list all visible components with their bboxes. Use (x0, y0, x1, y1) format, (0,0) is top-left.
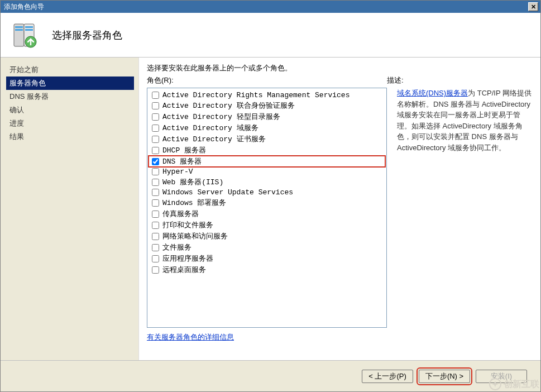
role-item[interactable]: Active Directory 轻型目录服务 (149, 111, 385, 122)
server-role-icon (11, 22, 37, 49)
svg-rect-2 (15, 29, 23, 31)
prev-button[interactable]: < 上一步(P) (362, 370, 413, 383)
role-label: Active Directory 轻型目录服务 (162, 112, 280, 122)
sidebar-item[interactable]: 进度 (6, 117, 134, 130)
role-checkbox[interactable] (152, 168, 159, 175)
role-checkbox[interactable] (152, 125, 159, 132)
role-checkbox[interactable] (152, 136, 159, 143)
role-item[interactable]: Active Directory 证书服务 (149, 133, 385, 145)
role-label: Hyper-V (162, 168, 193, 176)
role-label: Active Directory Rights Management Servi… (162, 91, 350, 99)
description-column: 域名系统(DNS)服务器为 TCP/IP 网络提供名称解析。DNS 服务器与 A… (397, 88, 533, 356)
sidebar-item[interactable]: 服务器角色 (6, 77, 134, 90)
sidebar-item[interactable]: 开始之前 (6, 63, 134, 77)
instruction-text: 选择要安装在此服务器上的一个或多个角色。 (147, 63, 533, 73)
role-item[interactable]: Active Directory 联合身份验证服务 (149, 100, 385, 111)
role-checkbox[interactable] (152, 211, 159, 218)
role-item[interactable]: 文件服务 (149, 242, 385, 253)
roles-more-info-link[interactable]: 有关服务器角色的详细信息 (147, 332, 234, 342)
sidebar-item[interactable]: 确认 (6, 103, 134, 117)
role-checkbox[interactable] (152, 255, 159, 262)
role-item[interactable]: 网络策略和访问服务 (149, 231, 385, 242)
close-button[interactable]: ✕ (528, 2, 538, 11)
role-item[interactable]: Web 服务器(IIS) (149, 176, 385, 188)
svg-rect-5 (25, 29, 33, 31)
role-checkbox[interactable] (152, 189, 159, 196)
svg-rect-1 (15, 26, 23, 28)
description-label: 描述: (387, 75, 404, 85)
roles-label: 角色(R): (147, 75, 387, 85)
page-title: 选择服务器角色 (52, 28, 122, 42)
role-checkbox[interactable] (152, 102, 159, 109)
role-checkbox[interactable] (152, 233, 159, 240)
footer: < 上一步(P) 下一步(N) > 安装(I) ✦ 创新互联 (1, 360, 540, 391)
close-icon: ✕ (531, 3, 536, 11)
role-label: DHCP 服务器 (162, 145, 206, 155)
role-item[interactable]: Windows 部署服务 (149, 197, 385, 208)
role-item[interactable]: Active Directory 域服务 (149, 122, 385, 133)
role-checkbox[interactable] (152, 199, 159, 207)
description-link[interactable]: 域名系统(DNS)服务器 (397, 89, 468, 97)
role-checkbox[interactable] (152, 222, 159, 229)
columns: Active Directory Rights Management Servi… (147, 88, 533, 356)
header-area: 选择服务器角色 (1, 13, 540, 58)
install-button: 安装(I) (476, 370, 527, 383)
window-title: 添加角色向导 (4, 2, 528, 12)
role-checkbox[interactable] (152, 147, 159, 154)
role-item[interactable]: 应用程序服务器 (149, 253, 385, 264)
role-label: 应用程序服务器 (162, 254, 213, 264)
role-item[interactable]: Windows Server Update Services (149, 188, 385, 197)
role-label: DNS 服务器 (162, 156, 202, 166)
next-button[interactable]: 下一步(N) > (419, 370, 470, 383)
description-body: 为 TCP/IP 网络提供名称解析。DNS 服务器与 ActiveDirecto… (397, 89, 532, 152)
roles-column: Active Directory Rights Management Servi… (147, 88, 387, 356)
sidebar-item[interactable]: DNS 服务器 (6, 90, 134, 103)
role-checkbox[interactable] (152, 179, 159, 186)
role-label: Active Directory 证书服务 (162, 134, 266, 144)
role-item[interactable]: 远程桌面服务 (149, 264, 385, 275)
sidebar-item[interactable]: 结果 (6, 130, 134, 144)
role-checkbox[interactable] (152, 92, 159, 99)
role-checkbox[interactable] (152, 113, 159, 121)
label-row: 角色(R): 描述: (147, 75, 533, 85)
main-panel: 选择要安装在此服务器上的一个或多个角色。 角色(R): 描述: Active D… (139, 58, 540, 360)
role-label: 远程桌面服务 (162, 265, 206, 275)
role-item[interactable]: Active Directory Rights Management Servi… (149, 90, 385, 100)
role-item[interactable]: DHCP 服务器 (149, 145, 385, 156)
role-label: 打印和文件服务 (162, 220, 213, 230)
wizard-window: 添加角色向导 ✕ 选择服务器角色 开始之前服务器角色DNS 服务器确认进度结果 … (0, 0, 541, 392)
roles-listbox[interactable]: Active Directory Rights Management Servi… (147, 88, 387, 328)
role-checkbox[interactable] (152, 158, 159, 165)
role-item[interactable]: DNS 服务器 (149, 156, 385, 167)
role-label: Active Directory 域服务 (162, 123, 258, 133)
role-label: 网络策略和访问服务 (162, 231, 228, 241)
role-label: Windows Server Update Services (162, 188, 293, 197)
role-label: Windows 部署服务 (162, 198, 226, 208)
sidebar: 开始之前服务器角色DNS 服务器确认进度结果 (1, 58, 139, 360)
role-item[interactable]: 传真服务器 (149, 208, 385, 219)
role-checkbox[interactable] (152, 244, 159, 251)
role-item[interactable]: Hyper-V (149, 167, 385, 176)
titlebar: 添加角色向导 ✕ (1, 1, 540, 13)
role-item[interactable]: 打印和文件服务 (149, 219, 385, 231)
body-area: 开始之前服务器角色DNS 服务器确认进度结果 选择要安装在此服务器上的一个或多个… (1, 58, 540, 360)
role-checkbox[interactable] (152, 266, 159, 274)
role-label: 传真服务器 (162, 209, 199, 219)
svg-rect-4 (25, 26, 33, 28)
role-label: Web 服务器(IIS) (162, 177, 223, 187)
role-label: Active Directory 联合身份验证服务 (162, 101, 295, 111)
role-label: 文件服务 (162, 242, 191, 252)
